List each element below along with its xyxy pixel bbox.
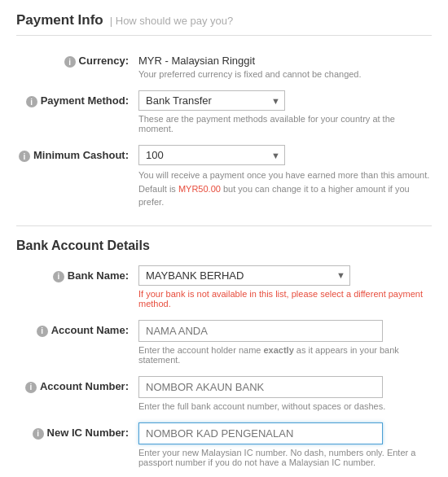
account-number-row: i Account Number: Enter the full bank ac…: [16, 376, 432, 411]
minimum-cashout-select-wrapper: 100 200 500 ▼: [138, 145, 285, 165]
payment-method-select[interactable]: Bank Transfer PayPal: [138, 90, 285, 111]
account-name-row: i Account Name: Enter the account holder…: [16, 320, 432, 365]
bank-name-select-wrapper: MAYBANK BERHAD CIMB BANK PUBLIC BANK RHB…: [138, 265, 350, 286]
payment-method-label: Payment Method:: [41, 94, 129, 107]
account-number-label-col: i Account Number:: [16, 376, 138, 393]
new-ic-number-info-icon[interactable]: i: [33, 428, 44, 440]
payment-method-note: These are the payment methods available …: [138, 114, 432, 133]
minimum-cashout-select[interactable]: 100 200 500: [138, 145, 285, 165]
account-number-info-icon[interactable]: i: [25, 382, 37, 393]
new-ic-number-field-col: Enter your new Malaysian IC number. No d…: [138, 422, 432, 467]
minimum-cashout-highlight: MYR50.00: [178, 184, 221, 194]
currency-note: Your preferred currency is fixed and can…: [138, 69, 432, 79]
section-divider: [16, 225, 432, 226]
payment-method-select-wrapper: Bank Transfer PayPal ▼: [138, 90, 285, 111]
currency-info-icon[interactable]: i: [64, 56, 76, 68]
bank-name-row: i Bank Name: MAYBANK BERHAD CIMB BANK PU…: [16, 265, 432, 309]
minimum-cashout-info-icon[interactable]: i: [19, 151, 30, 162]
payment-info-section: i Currency: MYR - Malaysian Ringgit Your…: [16, 50, 432, 209]
account-name-input[interactable]: [138, 320, 383, 342]
account-name-note: Enter the account holder name exactly as…: [138, 345, 432, 365]
bank-name-info-icon[interactable]: i: [53, 271, 64, 282]
bank-account-section: Bank Account Details i Bank Name: MAYBAN…: [16, 238, 432, 467]
new-ic-number-note: Enter your new Malaysian IC number. No d…: [138, 448, 432, 467]
new-ic-number-input[interactable]: [138, 422, 383, 444]
payment-method-row: i Payment Method: Bank Transfer PayPal ▼…: [16, 90, 432, 133]
account-number-input[interactable]: [138, 376, 383, 398]
new-ic-number-label-col: i New IC Number:: [16, 422, 138, 440]
new-ic-number-row: i New IC Number: Enter your new Malaysia…: [16, 422, 432, 467]
bank-account-section-title: Bank Account Details: [16, 238, 432, 253]
account-name-info-icon[interactable]: i: [37, 326, 48, 337]
minimum-cashout-row: i Minimum Cashout: 100 200 500 ▼ You wil…: [16, 145, 432, 209]
minimum-cashout-note: You will receive a payment once you have…: [138, 168, 432, 209]
account-name-label-col: i Account Name:: [16, 320, 138, 337]
account-number-label: Account Number:: [40, 380, 129, 392]
currency-row: i Currency: MYR - Malaysian Ringgit Your…: [16, 50, 432, 79]
bank-name-label: Bank Name:: [68, 269, 129, 282]
payment-method-field-col: Bank Transfer PayPal ▼ These are the pay…: [138, 90, 432, 133]
page-header: Payment Info | How should we pay you?: [16, 12, 432, 36]
bank-name-note: If your bank is not available in this li…: [138, 289, 432, 309]
bank-name-label-col: i Bank Name:: [16, 265, 138, 282]
minimum-cashout-field-col: 100 200 500 ▼ You will receive a payment…: [138, 145, 432, 209]
currency-value: MYR - Malaysian Ringgit: [138, 50, 432, 67]
account-name-label: Account Name:: [51, 324, 129, 336]
account-number-note: Enter the full bank account number, with…: [138, 401, 432, 411]
currency-label: Currency:: [79, 55, 129, 67]
account-name-exactly: exactly: [263, 345, 293, 355]
page-subtitle: | How should we pay you?: [110, 15, 234, 27]
payment-method-label-col: i Payment Method:: [16, 90, 138, 107]
account-number-field-col: Enter the full bank account number, with…: [138, 376, 432, 411]
currency-label-col: i Currency:: [16, 50, 138, 68]
minimum-cashout-label-col: i Minimum Cashout:: [16, 145, 138, 162]
new-ic-number-label: New IC Number:: [47, 427, 129, 439]
account-name-field-col: Enter the account holder name exactly as…: [138, 320, 432, 365]
bank-name-select[interactable]: MAYBANK BERHAD CIMB BANK PUBLIC BANK RHB…: [138, 265, 350, 286]
bank-name-field-col: MAYBANK BERHAD CIMB BANK PUBLIC BANK RHB…: [138, 265, 432, 309]
currency-field-col: MYR - Malaysian Ringgit Your preferred c…: [138, 50, 432, 79]
page-title: Payment Info: [16, 12, 103, 28]
payment-method-info-icon[interactable]: i: [26, 96, 37, 107]
minimum-cashout-label: Minimum Cashout:: [33, 149, 129, 161]
